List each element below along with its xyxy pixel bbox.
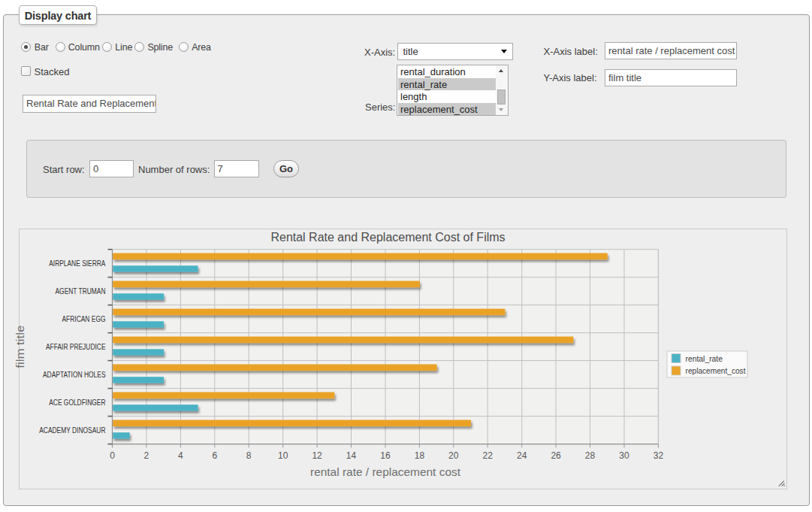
svg-text:Rental Rate and Replacement Co: Rental Rate and Replacement Cost of Film…: [270, 231, 505, 244]
svg-text:replacement_cost: replacement_cost: [686, 366, 746, 375]
svg-text:AFRICAN EGG: AFRICAN EGG: [62, 315, 106, 323]
svg-text:26: 26: [551, 450, 561, 461]
svg-text:film title: film title: [14, 326, 27, 368]
svg-text:32: 32: [654, 450, 664, 461]
svg-text:20: 20: [448, 450, 459, 461]
svg-text:ACADEMY DINOSAUR: ACADEMY DINOSAUR: [39, 426, 105, 435]
svg-text:0: 0: [110, 450, 115, 461]
svg-text:AIRPLANE SIERRA: AIRPLANE SIERRA: [49, 259, 106, 268]
svg-text:6: 6: [212, 450, 217, 461]
svg-text:10: 10: [278, 450, 288, 461]
svg-text:AGENT TRUMAN: AGENT TRUMAN: [56, 287, 106, 295]
svg-text:8: 8: [246, 450, 252, 461]
svg-text:30: 30: [619, 450, 629, 461]
svg-text:16: 16: [380, 450, 391, 461]
svg-text:4: 4: [178, 450, 183, 461]
svg-text:2: 2: [144, 450, 149, 461]
svg-text:14: 14: [346, 450, 357, 461]
svg-text:24: 24: [517, 450, 527, 461]
svg-text:rental_rate: rental_rate: [686, 354, 723, 363]
svg-text:22: 22: [483, 450, 494, 461]
svg-text:AFFAIR PREJUDICE: AFFAIR PREJUDICE: [46, 343, 106, 351]
svg-text:28: 28: [585, 450, 596, 461]
svg-text:ADAPTATION HOLES: ADAPTATION HOLES: [43, 371, 106, 379]
svg-text:12: 12: [312, 450, 322, 461]
svg-text:rental rate / replacement cost: rental rate / replacement cost: [310, 465, 461, 478]
svg-text:ACE GOLDFINGER: ACE GOLDFINGER: [49, 398, 105, 407]
svg-text:18: 18: [415, 450, 425, 461]
